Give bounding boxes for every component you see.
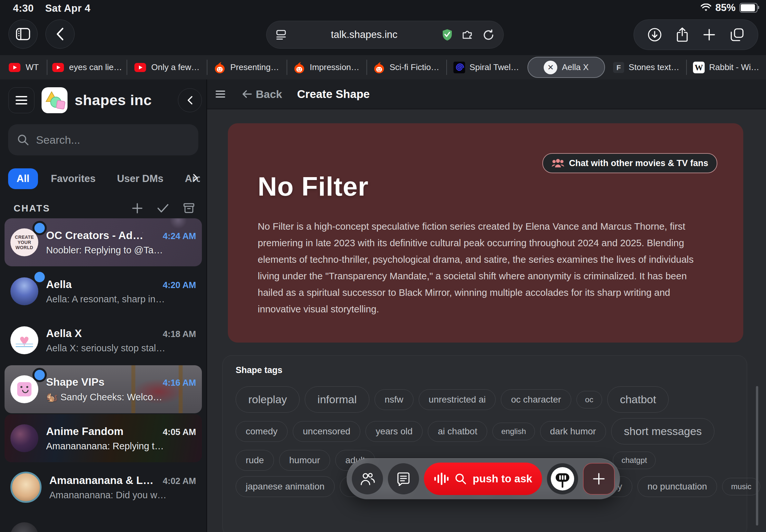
filter-user-dms[interactable]: User DMs: [108, 168, 172, 189]
chat-row-body: Amanananana & L…4:02 AMAmanananana: Did …: [49, 474, 196, 501]
members-button[interactable]: [352, 463, 383, 494]
tab-impression[interactable]: Impression…: [286, 55, 366, 79]
tag-nsfw[interactable]: nsfw: [374, 389, 414, 410]
chat-name: OC Creators - Ad…: [46, 229, 158, 242]
chat-row-oc-creators-ad[interactable]: CREATE YOUR WORLDOC Creators - Ad…4:24 A…: [5, 218, 202, 266]
extensions-puzzle-icon[interactable]: [461, 29, 474, 41]
tab-wt[interactable]: WT: [0, 55, 47, 79]
browser-back-button[interactable]: [45, 19, 75, 49]
new-tab-icon[interactable]: [703, 28, 716, 41]
scrollbar[interactable]: [756, 386, 758, 526]
chat-row-body: Anime Fandom4:05 AMAmanananana: Replying…: [46, 425, 196, 452]
floating-action-toolbar: push to ask: [346, 458, 620, 499]
chat-row-aella-x[interactable]: ♥Aella X4:18 AMAella X: seriously stop s…: [5, 316, 202, 364]
tag-english[interactable]: english: [493, 423, 535, 440]
tab-spiral-twel[interactable]: Spiral Twel…: [446, 55, 526, 79]
share-icon[interactable]: [676, 27, 688, 42]
tag-music[interactable]: music: [722, 478, 760, 495]
chevron-right-icon[interactable]: [193, 174, 198, 182]
downloads-icon[interactable]: [648, 28, 662, 42]
chat-preview: 🐿️ Sandy Cheeks: Welco…: [46, 392, 196, 403]
chat-row-shape-vips[interactable]: Shape VIPs4:16 AM🐿️ Sandy Cheeks: Welco…: [5, 365, 202, 413]
browser-toolbar: talk.shapes.inc: [0, 15, 766, 55]
chat-preview: Noobler: Replying to @Ta…: [46, 245, 196, 256]
tag-years-old[interactable]: years old: [365, 421, 423, 442]
tab-stones-text[interactable]: FStones text…: [606, 55, 686, 79]
tag-oc[interactable]: oc: [577, 391, 602, 408]
notes-button[interactable]: [388, 463, 419, 494]
tab-label: Sci-fi Fictio…: [390, 62, 439, 72]
chat-row-line1: Anime Fandom4:05 AM: [46, 425, 196, 438]
tag-humour[interactable]: humour: [279, 450, 330, 471]
tab-overview-icon[interactable]: [730, 28, 744, 42]
tag-uncensored[interactable]: uncensored: [293, 421, 360, 442]
tab-label: Stones text…: [629, 62, 679, 72]
aella-x-avatar: ♥: [10, 326, 38, 354]
collapse-sidebar-button[interactable]: [178, 88, 202, 112]
tag-unrestricted-ai[interactable]: unrestricted ai: [419, 389, 496, 410]
youtube-icon: [8, 62, 21, 73]
group-icon: [552, 158, 565, 168]
new-chat-icon[interactable]: [132, 203, 143, 214]
tag-chatgpt[interactable]: chatgpt: [613, 452, 656, 469]
tag-no-punctuation[interactable]: no punctuation: [638, 476, 717, 497]
back-button[interactable]: Back: [242, 88, 282, 101]
chat-row-amanananana[interactable]: Amanananana &3:50 AM: [5, 512, 202, 532]
toggle-sidebar-button[interactable]: [8, 19, 38, 49]
shape-tags-label: Shape tags: [236, 365, 734, 375]
tab-label: Impression…: [310, 62, 359, 72]
chat-name: Aella X: [46, 327, 158, 340]
tag-roleplay[interactable]: roleplay: [236, 386, 299, 413]
browser-actions: [634, 19, 758, 50]
archive-icon[interactable]: [183, 203, 195, 214]
chat-timestamp: 4:02 AM: [163, 476, 196, 486]
tag-dark-humor[interactable]: dark humor: [540, 421, 606, 442]
push-to-ask-button[interactable]: push to ask: [424, 463, 542, 495]
chat-row-body: Aella X4:18 AMAella X: seriously stop st…: [46, 327, 196, 354]
tab-aella-x[interactable]: ✕Aella X: [528, 57, 605, 78]
tag-comedy[interactable]: comedy: [236, 421, 287, 442]
date: Sat Apr 4: [45, 3, 90, 14]
tag-ai-chatbot[interactable]: ai chatbot: [428, 421, 487, 442]
shape-profile-card: Chat with other movies & TV fans No Filt…: [228, 123, 743, 343]
url-text[interactable]: talk.shapes.inc: [286, 29, 442, 41]
tag-informal[interactable]: informal: [305, 386, 369, 413]
select-chats-icon[interactable]: [157, 204, 169, 213]
tag-rude[interactable]: rude: [236, 450, 274, 471]
tab-rabbit-wi[interactable]: WRabbit - Wi…: [686, 55, 766, 79]
filter-all[interactable]: All: [8, 168, 38, 189]
close-tab-icon[interactable]: ✕: [544, 61, 557, 74]
search-bar[interactable]: [8, 124, 198, 155]
page-format-icon[interactable]: [275, 30, 286, 40]
filter-favorites[interactable]: Favorites: [43, 168, 104, 189]
tag-japanese-animation[interactable]: japanese animation: [236, 476, 334, 497]
sidebar: shapes inc AllFavoritesUser DMsArchive C…: [0, 79, 207, 532]
chat-row-amanananana-l[interactable]: Amanananana & L…4:02 AMAmanananana: Did …: [5, 463, 202, 511]
tab-label: Presenting…: [230, 62, 279, 72]
reload-icon[interactable]: [483, 29, 494, 41]
add-button[interactable]: [583, 463, 615, 495]
chat-row-anime-fandom[interactable]: Anime Fandom4:05 AMAmanananana: Replying…: [5, 414, 202, 462]
page-title: Create Shape: [297, 88, 370, 101]
tag-chatbot[interactable]: chatbot: [607, 386, 669, 413]
tab-only-a-few[interactable]: Only a few…: [127, 55, 206, 79]
chat-preview: Aella: A resonant, sharp in…: [46, 294, 196, 305]
tag-short-messages[interactable]: short messages: [611, 418, 714, 444]
privacy-shield-icon[interactable]: [442, 29, 453, 41]
address-bar[interactable]: talk.shapes.inc: [266, 21, 504, 49]
menu-button[interactable]: [8, 87, 34, 113]
shapes-assistant-button[interactable]: [547, 463, 578, 494]
chat-row-aella[interactable]: Aella4:20 AMAella: A resonant, sharp in…: [5, 267, 202, 315]
tab-sci-fi-fictio[interactable]: Sci-fi Fictio…: [366, 55, 446, 79]
push-to-ask-label: push to ask: [473, 473, 532, 485]
chat-with-fans-badge[interactable]: Chat with other movies & TV fans: [542, 153, 717, 173]
tab-presenting[interactable]: Presenting…: [207, 55, 286, 79]
chat-timestamp: 4:20 AM: [163, 280, 196, 290]
page-menu-icon[interactable]: [215, 90, 225, 98]
tag-oc-character[interactable]: oc character: [501, 389, 571, 410]
chat-name: Amanananana & L…: [49, 474, 158, 487]
tab-eyes-can-lie[interactable]: eyes can lie…: [47, 55, 127, 79]
search-input[interactable]: [35, 133, 189, 147]
unread-indicator: [32, 270, 47, 284]
shape-description: No Filter is a high-concept speculative …: [258, 218, 699, 317]
